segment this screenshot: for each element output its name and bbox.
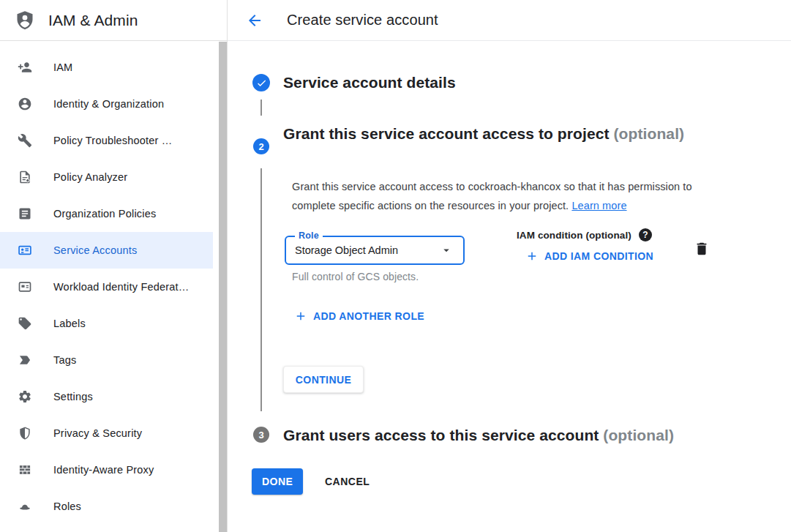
sidebar-item-tags[interactable]: Tags [0,342,213,378]
sidebar-item-workload-identity-federation[interactable]: Workload Identity Federat… [0,269,213,305]
back-arrow-icon [246,12,263,29]
step-connector [260,168,262,411]
delete-role-button[interactable] [694,241,710,257]
check-icon [256,78,267,89]
plus-icon [525,250,539,263]
done-button[interactable]: DONE [252,468,303,495]
document-icon [18,206,32,221]
page-header: Create service account [228,0,791,41]
role-field-label: Role [295,231,323,241]
proxy-icon [18,462,32,477]
app-window: IAM & Admin IAM Identity & Organization [0,0,791,532]
step2-number-badge: 2 [253,138,269,154]
trash-icon [694,241,710,257]
step2-title: Grant this service account access to pro… [283,122,693,145]
shield-icon [18,426,32,441]
step3-optional-suffix: (optional) [603,427,674,443]
sidebar-item-policy-analyzer[interactable]: Policy Analyzer [0,159,213,195]
add-iam-condition-button[interactable]: ADD IAM CONDITION [525,250,653,263]
sidebar-header: IAM & Admin [0,0,227,41]
sidebar-item-label: Privacy & Security [53,427,142,439]
iam-condition-label: IAM condition (optional) ? [517,228,652,241]
card-icon [18,280,32,294]
wrench-icon [18,133,32,148]
person-add-icon [18,60,32,75]
sidebar: IAM & Admin IAM Identity & Organization [0,0,228,532]
step-connector [260,100,262,116]
policy-analyzer-icon [18,170,32,184]
product-title: IAM & Admin [48,12,138,29]
iam-admin-logo-icon [15,10,35,31]
sidebar-item-labels[interactable]: Labels [0,305,213,342]
sidebar-item-label: Workload Identity Federat… [53,281,189,293]
role-helper-text: Full control of GCS objects. [292,271,419,282]
service-account-icon [18,243,32,258]
sidebar-item-label: Identity & Organization [53,98,164,110]
sidebar-item-label: Policy Analyzer [53,171,127,183]
sidebar-item-policy-troubleshooter[interactable]: Policy Troubleshooter … [0,122,213,159]
sidebar-item-settings[interactable]: Settings [0,378,213,415]
sidebar-item-roles[interactable]: Roles [0,488,213,525]
sidebar-item-service-accounts[interactable]: Service Accounts [0,232,213,269]
role-selected-value: Storage Object Admin [295,244,398,256]
sidebar-item-identity-organization[interactable]: Identity & Organization [0,86,213,122]
cancel-button[interactable]: CANCEL [313,468,381,495]
account-circle-icon [18,97,32,111]
back-button[interactable] [246,12,263,29]
sidebar-item-iam[interactable]: IAM [0,49,213,86]
sidebar-item-label: Roles [53,501,81,512]
sidebar-item-label: Labels [53,318,86,329]
step1-title: Service account details [283,72,456,93]
label-icon [18,316,32,331]
sidebar-scrollbar[interactable] [219,42,227,532]
step3-number-badge: 3 [253,427,269,443]
sidebar-item-label: Settings [53,391,93,402]
step1-complete-icon [252,74,270,91]
sidebar-item-organization-policies[interactable]: Organization Policies [0,195,213,232]
chevron-down-icon [440,244,453,257]
sidebar-item-label: IAM [53,61,72,73]
main-panel: Create service account Service account d… [228,0,791,532]
gear-icon [18,389,32,404]
step3-title: Grant users access to this service accou… [283,425,674,446]
step2-optional-suffix: (optional) [614,125,685,142]
add-another-role-button[interactable]: ADD ANOTHER ROLE [294,310,424,323]
role-select[interactable]: Role Storage Object Admin [285,236,465,265]
sidebar-item-label: Policy Troubleshooter … [53,135,173,146]
sidebar-item-privacy-security[interactable]: Privacy & Security [0,415,213,452]
sidebar-item-label: Service Accounts [53,244,137,256]
page-title: Create service account [287,12,438,29]
continue-button[interactable]: CONTINUE [283,366,364,393]
help-icon[interactable]: ? [639,228,652,241]
sidebar-nav: IAM Identity & Organization Policy Troub… [0,41,213,525]
plus-icon [294,310,307,323]
hat-icon [18,499,32,514]
sidebar-item-identity-aware-proxy[interactable]: Identity-Aware Proxy [0,452,213,488]
sidebar-item-label: Organization Policies [53,208,156,220]
step2-description: Grant this service account access to coc… [292,178,725,215]
tag-arrow-icon [18,353,32,367]
sidebar-item-label: Tags [53,354,76,366]
learn-more-link[interactable]: Learn more [571,200,626,211]
sidebar-item-label: Identity-Aware Proxy [53,464,154,476]
